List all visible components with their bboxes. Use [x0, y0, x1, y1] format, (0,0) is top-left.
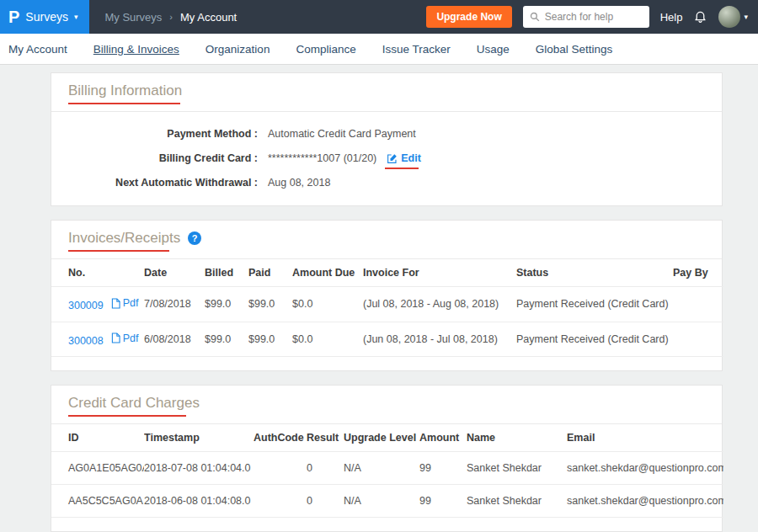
column-header-paid: Paid — [248, 259, 292, 287]
invoice-amount-due: $0.0 — [292, 287, 363, 322]
account-nav: My Account Billing & Invoices Organizati… — [0, 34, 758, 65]
invoice-paid: $99.0 — [248, 322, 292, 357]
billing-information-card: Billing Information Payment Method : Aut… — [51, 72, 723, 206]
invoice-amount-due: $0.0 — [292, 322, 363, 357]
charge-email: sanket.shekdar@questionpro.com — [567, 452, 723, 485]
search-icon — [530, 12, 540, 22]
app-switcher[interactable]: P Surveys ▾ — [0, 0, 89, 34]
credit-card-masked-value: ************1007 (01/20) — [268, 152, 376, 164]
charges-header-row: ID Timestamp AuthCode Result Upgrade Lev… — [51, 424, 723, 452]
annotation-underline — [68, 103, 180, 104]
topbar-actions: Upgrade Now Help ▾ — [426, 6, 758, 28]
charge-email: sanket.shekdar@questionpro.com — [567, 485, 723, 518]
invoice-number-link[interactable]: 300009 — [68, 300, 104, 311]
pdf-label: Pdf — [123, 332, 139, 344]
invoices-receipts-card: Invoices/Receipts ? No. Date — [51, 220, 723, 371]
charge-id: AA5C5C5AG0A — [51, 485, 144, 518]
invoice-date: 7/08/2018 — [144, 287, 205, 322]
help-link[interactable]: Help — [660, 11, 683, 24]
breadcrumb-current: My Account — [180, 11, 237, 24]
column-header-billed: Billed — [205, 259, 248, 287]
annotation-underline — [385, 168, 419, 169]
payment-method-row: Payment Method : Automatic Credit Card P… — [68, 128, 705, 140]
invoice-pay-by — [673, 322, 723, 357]
invoices-receipts-title: Invoices/Receipts — [68, 229, 180, 247]
next-withdrawal-label: Next Automatic Withdrawal : — [68, 177, 258, 189]
credit-card-charges-card: Credit Card Charges ID Timestamp Aut — [51, 385, 723, 532]
annotation-underline — [68, 250, 169, 252]
invoice-pdf-link[interactable]: Pdf — [111, 332, 139, 344]
column-header-result: Result — [307, 424, 344, 452]
column-header-amount: Amount — [419, 424, 467, 452]
caret-down-icon: ▾ — [74, 13, 78, 21]
charge-upgrade-level: N/A — [344, 452, 419, 485]
main-content: Billing Information Payment Method : Aut… — [0, 65, 758, 532]
upgrade-now-button[interactable]: Upgrade Now — [426, 6, 511, 28]
topbar: P Surveys ▾ My Surveys › My Account Upgr… — [0, 0, 758, 34]
charge-name: Sanket Shekdar — [467, 485, 567, 518]
column-header-authcode: AuthCode — [254, 424, 307, 452]
edit-label: Edit — [401, 152, 421, 164]
breadcrumb-my-surveys[interactable]: My Surveys — [104, 11, 162, 24]
tab-my-account[interactable]: My Account — [8, 43, 67, 56]
invoice-pdf-link[interactable]: Pdf — [111, 297, 139, 309]
credit-card-charges-title: Credit Card Charges — [68, 394, 200, 412]
charge-amount: 99 — [419, 452, 467, 485]
table-row: AG0A1E05AG0A 2018-07-08 01:04:04.0 0 N/A… — [51, 452, 723, 485]
column-header-amount-due: Amount Due — [292, 259, 363, 287]
pdf-icon — [111, 298, 120, 309]
breadcrumb-separator-icon: › — [169, 12, 173, 22]
charge-upgrade-level: N/A — [344, 485, 419, 518]
help-search — [523, 6, 649, 28]
invoice-paid: $99.0 — [248, 287, 292, 322]
edit-credit-card-link[interactable]: Edit — [387, 152, 421, 164]
payment-method-value: Automatic Credit Card Payment — [268, 128, 416, 140]
charge-timestamp: 2018-07-08 01:04:04.0 — [144, 452, 254, 485]
help-circle-icon[interactable]: ? — [188, 231, 201, 245]
questionpro-logo: P — [8, 8, 19, 25]
pdf-label: Pdf — [123, 297, 139, 309]
account-menu[interactable]: ▾ — [718, 6, 748, 28]
charge-authcode — [254, 452, 307, 485]
tab-compliance[interactable]: Compliance — [296, 43, 355, 56]
charge-result: 0 — [307, 485, 344, 518]
column-header-upgrade-level: Upgrade Level — [344, 424, 419, 452]
avatar — [718, 6, 740, 28]
invoice-pay-by — [673, 287, 723, 322]
billing-credit-card-label: Billing Credit Card : — [68, 152, 258, 164]
table-row: AA5C5C5AG0A 2018-06-08 01:04:08.0 0 N/A … — [51, 485, 723, 518]
tab-organization[interactable]: Organization — [206, 43, 270, 56]
breadcrumb: My Surveys › My Account — [104, 11, 237, 24]
annotation-underline — [68, 415, 186, 417]
tab-issue-tracker[interactable]: Issue Tracker — [382, 43, 451, 56]
charge-result: 0 — [307, 452, 344, 485]
column-header-timestamp: Timestamp — [144, 424, 254, 452]
column-header-status: Status — [516, 259, 673, 287]
column-header-email: Email — [567, 424, 723, 452]
invoice-billed: $99.0 — [205, 287, 248, 322]
column-header-pay-by: Pay By — [673, 259, 723, 287]
charge-id: AG0A1E05AG0A — [51, 452, 144, 485]
charges-table: ID Timestamp AuthCode Result Upgrade Lev… — [51, 424, 723, 518]
tab-global-settings[interactable]: Global Settings — [536, 43, 613, 56]
notifications-bell-icon[interactable] — [693, 9, 707, 24]
charge-timestamp: 2018-06-08 01:04:08.0 — [144, 485, 254, 518]
charge-amount: 99 — [419, 485, 467, 518]
table-row: 300008Pdf 6/08/2018 $99.0 $99.0 $0.0 (Ju… — [51, 322, 723, 357]
next-withdrawal-row: Next Automatic Withdrawal : Aug 08, 2018 — [68, 177, 705, 189]
invoice-for: (Jul 08, 2018 - Aug 08, 2018) — [363, 287, 516, 322]
search-input[interactable] — [545, 11, 643, 23]
invoice-number-link[interactable]: 300008 — [68, 334, 104, 346]
table-row: 300009Pdf 7/08/2018 $99.0 $99.0 $0.0 (Ju… — [51, 287, 723, 322]
column-header-name: Name — [467, 424, 567, 452]
edit-icon — [387, 153, 398, 164]
payment-method-label: Payment Method : — [68, 128, 258, 140]
invoice-date: 6/08/2018 — [144, 322, 205, 357]
tab-billing-invoices[interactable]: Billing & Invoices — [93, 43, 179, 56]
caret-down-icon: ▾ — [744, 13, 748, 21]
tab-usage[interactable]: Usage — [477, 43, 510, 56]
billing-credit-card-row: Billing Credit Card : ************1007 (… — [68, 152, 705, 164]
invoice-status: Payment Received (Credit Card) — [516, 322, 673, 357]
product-name: Surveys — [25, 10, 68, 24]
column-header-no: No. — [51, 259, 144, 287]
